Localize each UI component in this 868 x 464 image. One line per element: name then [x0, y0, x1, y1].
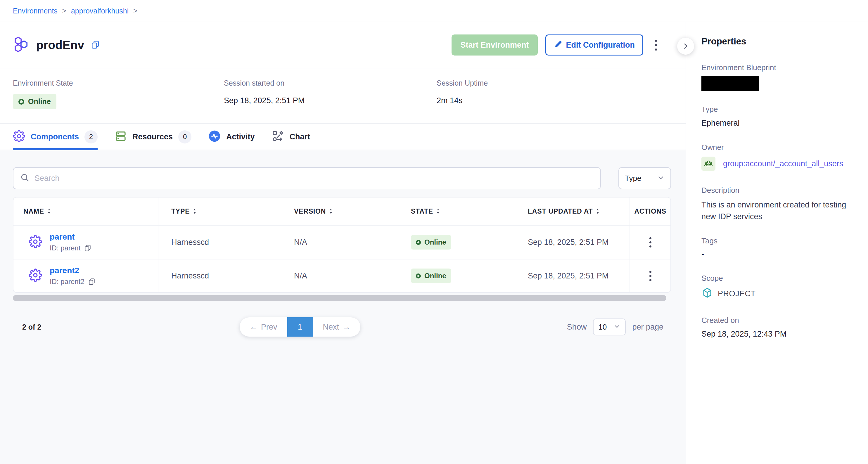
- per-page-value: 10: [598, 322, 607, 332]
- edit-configuration-button[interactable]: Edit Configuration: [545, 34, 643, 56]
- column-header-state[interactable]: STATE: [398, 197, 515, 225]
- row-count: 2 of 2: [0, 323, 41, 331]
- header-actions: Start Environment Edit Configuration: [452, 34, 661, 56]
- session-started-value: Sep 18, 2025, 2:51 PM: [224, 96, 437, 105]
- scope-label: Scope: [702, 274, 856, 283]
- owner-group-link[interactable]: group:account/_account_all_users: [723, 159, 843, 168]
- row-kebab-menu-icon[interactable]: [647, 268, 654, 284]
- copy-id-button[interactable]: [84, 244, 91, 252]
- page-1-button[interactable]: 1: [287, 317, 313, 337]
- blueprint-label: Environment Blueprint: [702, 63, 856, 72]
- environment-state-value: Online: [28, 97, 51, 106]
- environment-summary: Environment State Online Session started…: [0, 68, 686, 124]
- column-header-state-label: STATE: [411, 208, 433, 215]
- gear-icon: [13, 130, 25, 144]
- component-actions-cell: [630, 225, 671, 259]
- breadcrumb-separator: >: [133, 7, 137, 15]
- table-row: parent ID: parent Harnesscd: [13, 225, 671, 259]
- owner-label: Owner: [702, 143, 856, 152]
- tab-chart[interactable]: Chart: [272, 124, 310, 150]
- search-input[interactable]: [34, 174, 594, 183]
- activity-pulse-icon: [208, 130, 221, 144]
- next-page-button[interactable]: Next →: [313, 317, 361, 337]
- show-label: Show: [567, 322, 587, 332]
- sort-icon: [193, 208, 197, 214]
- right-arrow-icon: →: [343, 322, 350, 332]
- start-environment-button[interactable]: Start Environment: [452, 34, 537, 56]
- created-value: Sep 18, 2025, 12:43 PM: [702, 330, 856, 339]
- component-state-cell: Online: [398, 259, 515, 292]
- properties-title: Properties: [702, 36, 856, 47]
- search-box: [13, 167, 601, 189]
- component-state-cell: Online: [398, 225, 515, 259]
- component-id: ID: parent2: [50, 278, 85, 286]
- row-kebab-menu-icon[interactable]: [647, 234, 654, 250]
- per-page-control: Show 10 per page: [567, 318, 663, 335]
- component-actions-cell: [630, 259, 671, 292]
- online-ring-icon: [416, 274, 421, 278]
- tab-resources-label: Resources: [132, 132, 173, 142]
- session-started-label: Session started on: [224, 79, 437, 87]
- description-value: This is an environment created for testi…: [702, 199, 856, 222]
- tab-activity[interactable]: Activity: [208, 124, 255, 150]
- state-badge: Online: [411, 269, 451, 283]
- pagination: 2 of 2 ← Prev 1 Next → Show 10: [0, 317, 686, 337]
- type-filter-dropdown[interactable]: Type: [618, 167, 671, 189]
- per-page-dropdown[interactable]: 10: [593, 318, 626, 335]
- sort-icon: [436, 208, 440, 214]
- column-header-name[interactable]: NAME: [13, 197, 158, 225]
- online-ring-icon: [416, 240, 421, 245]
- column-header-updated[interactable]: LAST UPDATED AT: [515, 197, 630, 225]
- gear-icon: [29, 269, 42, 283]
- prev-page-button[interactable]: ← Prev: [240, 317, 287, 337]
- state-badge-label: Online: [424, 272, 446, 280]
- breadcrumb: Environments > approvalforkhushi >: [0, 0, 868, 22]
- tab-resources[interactable]: Resources 0: [115, 124, 191, 150]
- tab-chart-label: Chart: [290, 132, 310, 142]
- component-link[interactable]: parent: [50, 232, 91, 242]
- column-header-type[interactable]: TYPE: [158, 197, 281, 225]
- sort-icon: [596, 208, 600, 214]
- components-table: NAME TYPE VERSION STATE LAST UPDATED AT: [13, 197, 671, 293]
- state-badge-label: Online: [424, 238, 446, 246]
- group-people-icon: [702, 157, 715, 171]
- type-value: Ephemeral: [702, 119, 856, 128]
- components-content: Type NAME TYPE VERSION: [0, 150, 686, 464]
- environment-state-block: Environment State Online: [13, 79, 224, 123]
- created-label: Created on: [702, 316, 856, 325]
- copy-icon: [91, 40, 100, 50]
- description-label: Description: [702, 186, 856, 195]
- main-panel: prodEnv Start Environment Edit Configura…: [0, 22, 686, 464]
- copy-id-button[interactable]: [88, 278, 96, 285]
- column-header-version-label: VERSION: [294, 208, 326, 215]
- properties-panel: Properties Environment Blueprint Type Ep…: [686, 22, 868, 464]
- component-id: ID: parent: [50, 244, 81, 252]
- per-page-label: per page: [632, 322, 663, 332]
- component-link[interactable]: parent2: [50, 266, 96, 275]
- workflow-chart-icon: [272, 130, 284, 144]
- environment-state-label: Environment State: [13, 79, 224, 87]
- session-started-block: Session started on Sep 18, 2025, 2:51 PM: [224, 79, 437, 123]
- chevron-down-icon: [657, 174, 664, 183]
- column-header-actions: ACTIONS: [630, 197, 671, 225]
- prev-label: Prev: [261, 322, 277, 332]
- breadcrumb-link-project[interactable]: approvalforkhushi: [71, 7, 129, 15]
- tab-components[interactable]: Components 2: [13, 124, 98, 150]
- copy-name-button[interactable]: [91, 40, 100, 50]
- horizontal-scrollbar[interactable]: [13, 295, 666, 301]
- environment-logo-icon: [13, 36, 30, 54]
- column-header-actions-label: ACTIONS: [634, 208, 666, 215]
- collapse-panel-button[interactable]: [677, 38, 694, 55]
- table-header-row: NAME TYPE VERSION STATE LAST UPDATED AT: [13, 197, 671, 225]
- scope-value: PROJECT: [718, 289, 756, 298]
- table-row: parent2 ID: parent2 Harnesscd: [13, 259, 671, 292]
- tags-value: -: [702, 250, 856, 258]
- header-kebab-menu-icon[interactable]: [651, 37, 661, 54]
- online-ring-icon: [19, 99, 24, 104]
- tab-resources-count: 0: [178, 130, 191, 144]
- tab-components-count: 2: [85, 130, 98, 144]
- environment-state-badge: Online: [13, 94, 56, 109]
- component-version: N/A: [281, 225, 398, 259]
- column-header-version[interactable]: VERSION: [281, 197, 398, 225]
- breadcrumb-link-environments[interactable]: Environments: [13, 7, 58, 15]
